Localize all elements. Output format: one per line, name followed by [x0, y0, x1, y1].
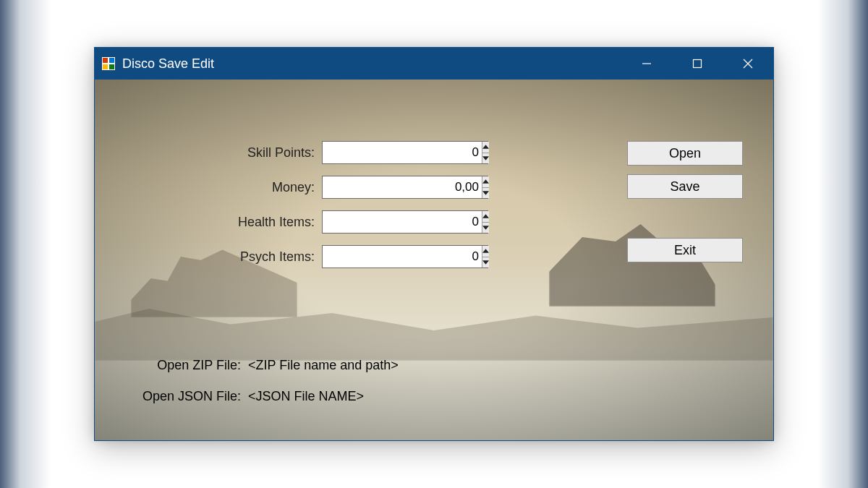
- file-info: Open ZIP File: <ZIP File name and path> …: [142, 358, 399, 404]
- maximize-icon: [692, 59, 702, 69]
- skill-points-label: Skill Points:: [203, 145, 319, 160]
- maximize-button[interactable]: [672, 48, 723, 80]
- psych-items-stepper[interactable]: [322, 245, 488, 268]
- money-stepper[interactable]: [322, 176, 488, 199]
- zip-file-value: <ZIP File name and path>: [248, 358, 399, 373]
- health-items-stepper[interactable]: [322, 210, 488, 234]
- psych-items-input[interactable]: [323, 246, 482, 267]
- form-grid: Skill Points: Money: Health Items:: [203, 141, 488, 268]
- chevron-down-icon: [482, 155, 489, 160]
- skill-points-down-button[interactable]: [482, 153, 489, 164]
- money-down-button[interactable]: [482, 187, 489, 199]
- title-bar[interactable]: Disco Save Edit: [95, 48, 773, 80]
- app-icon: [102, 57, 115, 70]
- close-icon: [743, 59, 753, 69]
- psych-items-label: Psych Items:: [203, 249, 319, 265]
- money-label: Money:: [203, 180, 319, 195]
- side-buttons: Open Save Exit: [627, 141, 743, 262]
- psych-items-up-button[interactable]: [482, 246, 489, 257]
- minimize-icon: [642, 59, 652, 69]
- chevron-up-icon: [482, 249, 489, 254]
- save-button[interactable]: Save: [627, 174, 743, 199]
- psych-items-down-button[interactable]: [482, 257, 489, 268]
- minimize-button[interactable]: [621, 48, 672, 80]
- chevron-down-icon: [482, 260, 489, 265]
- chevron-down-icon: [482, 225, 489, 230]
- money-up-button[interactable]: [482, 176, 489, 187]
- client-area: Skill Points: Money: Health Items:: [95, 80, 773, 440]
- json-file-label: Open JSON File:: [142, 389, 241, 404]
- money-input[interactable]: [323, 176, 482, 198]
- chevron-up-icon: [482, 145, 489, 150]
- chevron-up-icon: [482, 179, 489, 184]
- health-items-down-button[interactable]: [482, 222, 489, 234]
- health-items-up-button[interactable]: [482, 211, 489, 222]
- zip-file-label: Open ZIP File:: [142, 358, 241, 373]
- svg-rect-1: [694, 60, 702, 68]
- exit-button[interactable]: Exit: [627, 238, 743, 262]
- chevron-down-icon: [482, 190, 489, 195]
- close-button[interactable]: [723, 48, 773, 80]
- open-button[interactable]: Open: [627, 141, 743, 166]
- app-window: Disco Save Edit Skill Points: Money:: [94, 47, 774, 441]
- window-title: Disco Save Edit: [122, 56, 214, 72]
- skill-points-stepper[interactable]: [322, 141, 488, 164]
- skill-points-input[interactable]: [323, 142, 482, 163]
- skill-points-up-button[interactable]: [482, 142, 489, 153]
- health-items-label: Health Items:: [203, 215, 319, 230]
- json-file-value: <JSON File NAME>: [248, 389, 399, 404]
- chevron-up-icon: [482, 214, 489, 219]
- health-items-input[interactable]: [323, 211, 482, 233]
